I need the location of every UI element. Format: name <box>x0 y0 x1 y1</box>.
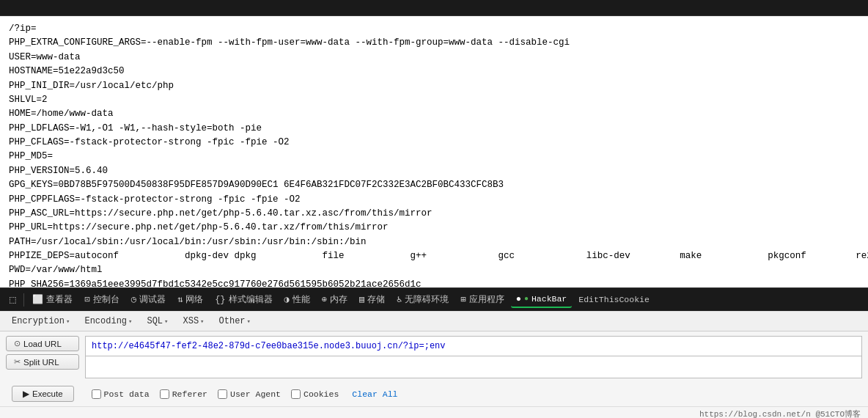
checkbox-label-cookies: Cookies <box>304 389 339 399</box>
inspector-icon: ⬜ <box>32 294 43 305</box>
content-line: PHP_EXTRA_CONFIGURE_ARGS=--enable-fpm --… <box>9 36 859 50</box>
toolbar-label-network: 网络 <box>185 294 203 305</box>
content-line: PHP_MD5= <box>9 150 859 164</box>
checkbox-cookies[interactable]: Cookies <box>291 389 339 399</box>
execute-button[interactable]: ▶ Execute <box>12 386 74 402</box>
clear-all-link[interactable]: Clear All <box>352 389 397 399</box>
split-url-label: Split URL <box>23 358 59 367</box>
hackbar-url-area <box>85 336 862 378</box>
checkbox-group: Post dataRefererUser AgentCookiesClear A… <box>92 389 398 399</box>
status-text: https://blog.csdn.net/n @51CTO博客 <box>699 408 861 418</box>
checkbox-post-data[interactable]: Post data <box>92 389 150 399</box>
toolbar-item-console[interactable]: ⊡控制台 <box>79 292 124 307</box>
content-line: PHPIZE_DEPS=autoconf dpkg-dev dpkg file … <box>9 249 859 263</box>
main-content: /?ip=PHP_EXTRA_CONFIGURE_ARGS=--enable-f… <box>0 16 868 287</box>
checkbox-label-user-agent: User Agent <box>230 389 281 399</box>
content-line: PHP_INI_DIR=/usr/local/etc/php <box>9 79 859 93</box>
content-line: SHLVL=2 <box>9 93 859 107</box>
debugger-icon: ◷ <box>131 294 136 305</box>
toolbar-label-hackbar: HackBar <box>532 294 567 304</box>
menu-arrow-encryption: ▾ <box>66 318 70 326</box>
content-line: HOME=/home/www-data <box>9 107 859 121</box>
execute-label: Execute <box>32 389 63 398</box>
checkbox-user-agent[interactable]: User Agent <box>218 389 281 399</box>
url-extra-box <box>85 356 862 378</box>
toolbar-label-accessibility: 无障碍环境 <box>405 294 449 305</box>
toolbar-item-inspector[interactable]: ⬜查看器 <box>27 292 78 307</box>
content-line: /?ip= <box>9 22 859 36</box>
checkbox-label-referer: Referer <box>172 389 207 399</box>
menu-label-xss: XSS <box>183 316 199 326</box>
toolbar-item-network[interactable]: ⇅网络 <box>172 292 208 307</box>
storage-icon: ▤ <box>359 294 364 305</box>
hackbar-buttons: ⊙ Load URL ✂ Split URL <box>6 336 79 370</box>
menu-item-sql[interactable]: SQL▾ <box>141 315 174 328</box>
toolbar-cursor-icon[interactable]: ⬚ <box>4 291 21 308</box>
toolbar-item-editthiscookie[interactable]: EditThisCookie <box>573 293 655 307</box>
toolbar-item-memory[interactable]: ⊕内存 <box>317 292 353 307</box>
hackbar-body: ⊙ Load URL ✂ Split URL <box>0 331 868 383</box>
menu-item-encryption[interactable]: Encryption▾ <box>6 315 76 328</box>
hackbar-menu: Encryption▾Encoding▾SQL▾XSS▾Other▾ <box>0 312 868 331</box>
toolbar-label-app: 应用程序 <box>469 294 504 305</box>
content-line: GPG_KEYS=0BD78B5F97500D450838F95DFE857D9… <box>9 178 859 192</box>
hackbar-icon: ● <box>516 294 521 304</box>
content-line: PHP_CPPFLAGS=-fstack-protector-strong -f… <box>9 193 859 207</box>
split-url-button[interactable]: ✂ Split URL <box>6 354 79 370</box>
toolbar-item-style-editor[interactable]: {}样式编辑器 <box>210 292 277 307</box>
toolbar-item-debugger[interactable]: ◷调试器 <box>126 292 171 307</box>
menu-arrow-other: ▾ <box>247 318 251 326</box>
toolbar-item-storage[interactable]: ▤存储 <box>354 292 390 307</box>
content-line: PATH=/usr/local/sbin:/usr/local/bin:/usr… <box>9 235 859 249</box>
checkbox-referer[interactable]: Referer <box>160 389 207 399</box>
checkbox-input-cookies[interactable] <box>291 389 301 399</box>
split-url-icon: ✂ <box>14 357 21 367</box>
content-line: PHP_CFLAGS=-fstack-protector-strong -fpi… <box>9 136 859 150</box>
content-line: USER=www-data <box>9 51 859 65</box>
menu-label-encoding: Encoding <box>84 316 127 326</box>
checkbox-input-user-agent[interactable] <box>218 389 227 399</box>
accessibility-icon: ♿ <box>397 294 402 305</box>
content-line: PHP_URL=https://secure.php.net/get/php-5… <box>9 221 859 235</box>
toolbar-label-performance: 性能 <box>293 294 310 305</box>
toolbar-item-performance[interactable]: ◑性能 <box>279 292 315 307</box>
hackbar-dot: ● <box>524 295 529 303</box>
menu-arrow-sql: ▾ <box>164 318 168 326</box>
menu-arrow-encoding: ▾ <box>128 318 132 326</box>
content-line: PHP_SHA256=1369a51eee3995d7fbd1c5342e5cc… <box>9 278 859 287</box>
app-icon: ⊞ <box>460 294 466 305</box>
performance-icon: ◑ <box>284 294 290 305</box>
menu-label-sql: SQL <box>147 316 163 326</box>
toolbar-label-editthiscookie: EditThisCookie <box>578 295 650 304</box>
toolbar-item-app[interactable]: ⊞应用程序 <box>455 292 509 307</box>
load-url-button[interactable]: ⊙ Load URL <box>6 336 79 351</box>
execute-icon: ▶ <box>23 389 29 399</box>
toolbar-label-debugger: 调试器 <box>139 294 166 305</box>
checkbox-input-referer[interactable] <box>160 389 169 399</box>
content-line: PWD=/var/www/html <box>9 263 859 277</box>
url-input[interactable] <box>85 336 862 356</box>
content-line: PHP_LDFLAGS=-W1,-O1 -W1,--hash-style=bot… <box>9 122 859 136</box>
execute-row: ▶ Execute Post dataRefererUser AgentCook… <box>0 383 868 406</box>
menu-label-encryption: Encryption <box>12 316 65 326</box>
hackbar-panel: Encryption▾Encoding▾SQL▾XSS▾Other▾ ⊙ Loa… <box>0 311 868 406</box>
console-icon: ⊡ <box>84 294 89 305</box>
content-line: HOSTNAME=51e22a9d3c50 <box>9 65 859 78</box>
menu-item-encoding[interactable]: Encoding▾ <box>78 315 138 328</box>
status-bar: https://blog.csdn.net/n @51CTO博客 <box>0 406 868 418</box>
toolbar-label-memory: 内存 <box>330 294 347 305</box>
menu-label-other: Other <box>219 316 246 326</box>
load-url-icon: ⊙ <box>14 339 21 348</box>
devtools-toolbar: ⬚⬜查看器⊡控制台◷调试器⇅网络{}样式编辑器◑性能⊕内存▤存储♿无障碍环境⊞应… <box>0 287 868 311</box>
toolbar-label-storage: 存储 <box>367 294 385 305</box>
menu-item-other[interactable]: Other▾ <box>213 315 257 328</box>
title-bar <box>0 0 868 16</box>
network-icon: ⇅ <box>177 294 183 305</box>
menu-item-xss[interactable]: XSS▾ <box>177 315 210 328</box>
checkbox-input-post-data[interactable] <box>92 389 101 399</box>
memory-icon: ⊕ <box>322 294 327 305</box>
toolbar-label-style-editor: 样式编辑器 <box>229 294 273 305</box>
toolbar-item-accessibility[interactable]: ♿无障碍环境 <box>391 292 454 307</box>
toolbar-item-hackbar[interactable]: ●●HackBar <box>511 292 573 308</box>
toolbar-label-console: 控制台 <box>93 294 119 305</box>
